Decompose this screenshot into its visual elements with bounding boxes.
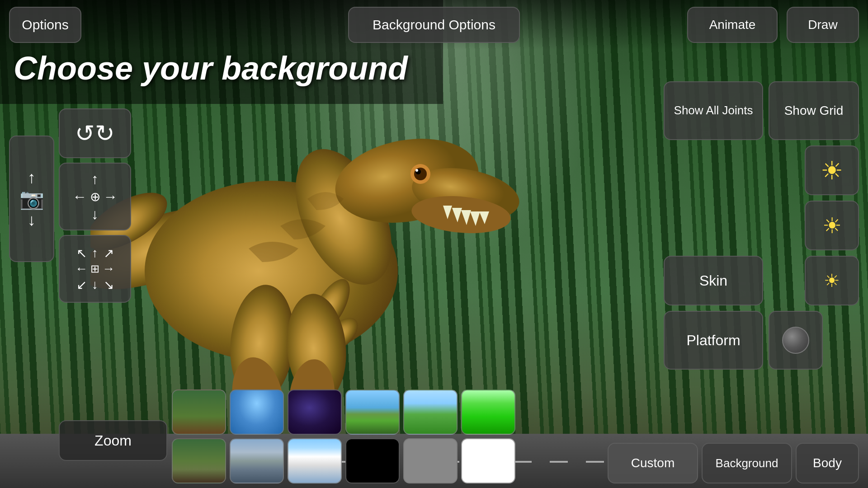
- up-icon2: ↑: [92, 246, 98, 260]
- down-icon2: ↓: [91, 206, 99, 223]
- right-icon: →: [103, 188, 118, 205]
- thumbnail-green-field[interactable]: [403, 389, 458, 435]
- left-icon: ←: [72, 188, 87, 205]
- scale-2d-button[interactable]: ↖ ↑ ↗ ← ⊞ → ↙ ↓ ↘: [59, 235, 131, 303]
- bottom-right-panel: Custom Background Body: [608, 443, 859, 483]
- up-icon: ↑: [91, 171, 99, 188]
- down-icon3: ↓: [92, 277, 98, 292]
- brightness-row-1: ☀: [664, 145, 859, 195]
- thumbnail-blue[interactable]: [230, 389, 284, 435]
- custom-label: Custom: [631, 456, 675, 470]
- platform-button[interactable]: Platform: [664, 311, 763, 370]
- thumbnail-green-bright[interactable]: [461, 389, 515, 435]
- left-icon2: ←: [75, 262, 88, 276]
- downright-icon: ↘: [104, 277, 114, 292]
- scale-button[interactable]: ↑ 📷 ↓: [9, 136, 54, 262]
- svg-point-10: [415, 169, 418, 172]
- upleft-icon: ↖: [76, 246, 87, 261]
- platform-row: Platform: [664, 311, 859, 370]
- background-label: Background: [716, 456, 778, 470]
- right-icon2: →: [102, 262, 115, 276]
- brightness-1-button[interactable]: ☀: [805, 145, 859, 195]
- sun-small-icon: ☀: [824, 270, 840, 291]
- up-arrow-icon: ↑: [28, 168, 36, 187]
- show-all-joints-button[interactable]: Show All Joints: [664, 81, 763, 140]
- camera-icon: 📷: [19, 187, 44, 211]
- thumbnail-row-1: [172, 389, 669, 435]
- dinosaur-display: [90, 90, 542, 429]
- show-grid-label: Show Grid: [784, 103, 844, 118]
- thumbnail-space[interactable]: [288, 389, 342, 435]
- right-panel: Show All Joints Show Grid ☀ ☀ Skin ☀ Pla…: [664, 81, 859, 370]
- thumbnail-forest[interactable]: [172, 389, 226, 435]
- draw-label: Draw: [808, 18, 837, 32]
- background-button[interactable]: Background: [702, 443, 792, 483]
- directional-button[interactable]: ↑ ← ⊕ → ↓: [59, 163, 131, 230]
- downleft-icon: ↙: [76, 277, 87, 292]
- thumbnail-white[interactable]: [461, 438, 515, 483]
- draw-button[interactable]: Draw: [787, 7, 859, 43]
- skin-button[interactable]: Skin: [664, 256, 763, 305]
- title-label: Background Options: [373, 17, 495, 33]
- thumbnail-row-2: [172, 438, 669, 483]
- left-controls: ↑ 📷 ↓: [9, 136, 54, 262]
- options-button[interactable]: Options: [9, 7, 81, 43]
- top-bar: Options Background Options Animate Draw: [0, 0, 868, 50]
- sun-large-icon: ☀: [821, 156, 843, 185]
- thumbnail-clouds[interactable]: [288, 438, 342, 483]
- thumbnail-green-horizon[interactable]: [345, 389, 400, 435]
- zoom-label: Zoom: [59, 420, 167, 461]
- skin-label: Skin: [699, 272, 727, 289]
- animate-button[interactable]: Animate: [687, 7, 778, 43]
- center-icon: ⊕: [90, 189, 100, 204]
- skin-brightness-button[interactable]: ☀: [805, 256, 859, 305]
- background-options-button[interactable]: Background Options: [348, 7, 520, 43]
- rotate-icon: ↺↻: [75, 120, 115, 147]
- move-controls: ↺↻ ↑ ← ⊕ → ↓ ↖ ↑ ↗ ← ⊞ → ↙ ↓ ↘: [59, 108, 131, 303]
- thumbnail-road2[interactable]: [172, 438, 226, 483]
- options-label: Options: [22, 17, 68, 33]
- body-label: Body: [813, 456, 842, 470]
- bottom-thumbnails-panel: [172, 389, 669, 488]
- center-icon2: ⊞: [90, 263, 99, 275]
- thumbnail-black[interactable]: [345, 438, 400, 483]
- custom-button[interactable]: Custom: [608, 443, 698, 483]
- down-arrow-icon: ↓: [28, 211, 36, 230]
- rotate-button[interactable]: ↺↻: [59, 108, 131, 158]
- top-right-buttons: Show All Joints Show Grid: [664, 81, 859, 140]
- sun-medium-icon: ☀: [822, 213, 842, 238]
- platform-circle-icon: [782, 327, 809, 354]
- skin-row: Skin ☀: [664, 256, 859, 305]
- page-title: Choose your background: [14, 50, 408, 87]
- show-grid-button[interactable]: Show Grid: [769, 81, 859, 140]
- animate-label: Animate: [709, 18, 756, 32]
- platform-indicator-button[interactable]: [769, 311, 823, 370]
- brightness-row-2: ☀: [664, 201, 859, 250]
- platform-label: Platform: [686, 332, 740, 349]
- thumbnail-mountain[interactable]: [230, 438, 284, 483]
- body-button[interactable]: Body: [796, 443, 859, 483]
- show-joints-label: Show All Joints: [674, 103, 753, 117]
- upright-icon: ↗: [104, 246, 114, 261]
- thumbnail-gray[interactable]: [403, 438, 458, 483]
- brightness-2-button[interactable]: ☀: [805, 201, 859, 250]
